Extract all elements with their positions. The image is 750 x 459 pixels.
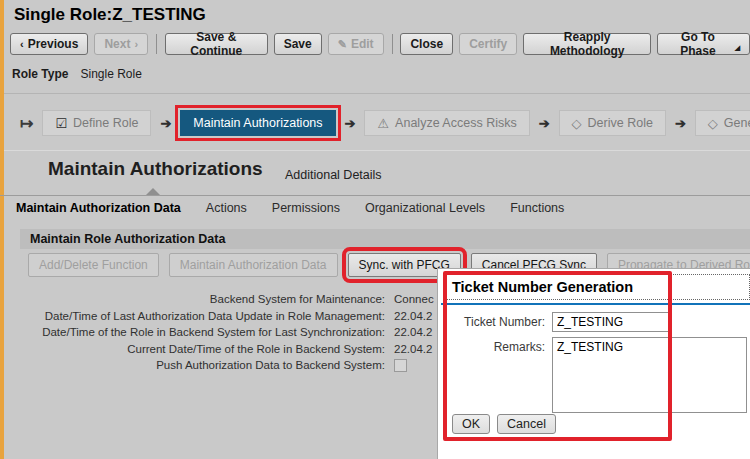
edit-button[interactable]: ✎ Edit	[328, 33, 384, 55]
ticket-number-label: Ticket Number:	[438, 315, 545, 329]
roadmap-step-maintain-authorizations[interactable]: Maintain Authorizations	[180, 110, 335, 136]
chevron-right-icon: ›	[134, 39, 138, 50]
page-title: Single Role:Z_TESTING	[14, 5, 206, 25]
toolbar-divider	[156, 34, 157, 54]
field-value: 22.04.2	[394, 326, 432, 338]
roadmap-start-icon: ↦	[20, 114, 33, 133]
tab-additional-details[interactable]: Additional Details	[285, 168, 382, 182]
button-label: Next	[104, 37, 130, 51]
arrow-right-icon: ➔	[675, 116, 686, 131]
tab-actions[interactable]: Actions	[206, 201, 247, 215]
previous-button[interactable]: ‹ Previous	[10, 33, 88, 55]
field-label: Backend System for Maintenance:	[28, 293, 385, 305]
tab-permissions[interactable]: Permissions	[272, 201, 340, 215]
field-label: Date/Time of the Role in Backend System …	[28, 326, 385, 338]
dialog-button-row: OK Cancel	[452, 414, 556, 434]
role-type-row: Role Type Single Role	[12, 67, 142, 81]
step-label: Analyze Access Risks	[395, 116, 517, 130]
button-label: Go To Phase	[667, 30, 728, 58]
menu-corner-icon: ◢	[735, 44, 740, 52]
remarks-label: Remarks:	[438, 340, 545, 354]
dialog-accent-line	[441, 303, 750, 305]
field-label: Current Date/Time of the Role in Backend…	[28, 343, 385, 355]
tab-bar: Maintain Authorization Data Actions Perm…	[0, 195, 750, 219]
roadmap-step-generate-roles[interactable]: ◇ Generate Roles	[695, 110, 750, 136]
ticket-number-generation-dialog: Ticket Number Generation Ticket Number: …	[437, 268, 750, 459]
save-button[interactable]: Save	[274, 33, 322, 55]
field-value: 22.04.2	[394, 310, 432, 322]
toolbar: ‹ Previous Next › Save & Continue Save ✎…	[10, 31, 750, 57]
tab-functions[interactable]: Functions	[510, 201, 564, 215]
cancel-button[interactable]: Cancel	[497, 414, 556, 434]
active-tab-pointer	[146, 188, 160, 195]
close-button[interactable]: Close	[400, 33, 453, 55]
roadmap-step-define-role[interactable]: ☑ Define Role	[42, 110, 151, 136]
button-label: Previous	[28, 37, 79, 51]
arrow-right-icon: ➔	[345, 116, 356, 131]
dialog-title-bar: Ticket Number Generation	[443, 274, 750, 300]
tab-maintain-authorization-data[interactable]: Maintain Authorization Data	[16, 201, 181, 215]
roadmap-step-derive-role[interactable]: ◇ Derive Role	[559, 110, 666, 136]
next-button[interactable]: Next ›	[94, 33, 148, 55]
step-label: Maintain Authorizations	[193, 116, 322, 130]
field-row: Current Date/Time of the Role in Backend…	[28, 341, 448, 358]
go-to-phase-button[interactable]: Go To Phase ◢	[657, 33, 750, 55]
toolbar-divider	[392, 34, 393, 54]
ticket-number-input[interactable]	[552, 312, 670, 332]
certify-button[interactable]: Certify	[459, 33, 517, 55]
button-label: Edit	[351, 37, 374, 51]
tab-organizational-levels[interactable]: Organizational Levels	[365, 201, 485, 215]
ok-button[interactable]: OK	[452, 414, 490, 434]
field-value: Connec	[394, 293, 434, 305]
step-label: Generate Roles	[724, 116, 750, 130]
save-and-continue-button[interactable]: Save & Continue	[165, 33, 268, 55]
arrow-right-icon: ➔	[539, 116, 550, 131]
field-label: Date/Time of Last Authorization Data Upd…	[28, 310, 385, 322]
step-label: Derive Role	[588, 116, 653, 130]
field-value: 22.04.2	[394, 343, 432, 355]
pencil-icon: ✎	[338, 39, 347, 50]
step-label: Define Role	[73, 116, 138, 130]
field-row: Date/Time of Last Authorization Data Upd…	[28, 308, 448, 325]
roadmap-step-analyze-access-risks[interactable]: ⚠ Analyze Access Risks	[364, 110, 529, 136]
dialog-title: Ticket Number Generation	[452, 279, 633, 295]
left-edge-strip	[0, 0, 4, 459]
maintain-authorization-data-button[interactable]: Maintain Authorization Data	[169, 253, 338, 277]
diamond-icon: ◇	[708, 116, 718, 131]
role-type-label: Role Type	[12, 67, 68, 81]
field-label: Push Authorization Data to Backend Syste…	[28, 359, 385, 371]
checkbox-checked-icon: ☑	[55, 116, 67, 131]
app-window: Single Role:Z_TESTING ‹ Previous Next › …	[0, 0, 750, 459]
phase-roadmap: ↦ ☑ Define Role ➔ Maintain Authorization…	[20, 100, 750, 146]
remarks-textarea[interactable]: Z_TESTING	[552, 337, 747, 413]
push-authorization-data-checkbox[interactable]	[394, 359, 407, 372]
arrow-right-icon: ➔	[160, 116, 171, 131]
diamond-icon: ◇	[572, 116, 582, 131]
field-row: Date/Time of the Role in Backend System …	[28, 324, 448, 341]
warning-icon: ⚠	[377, 116, 389, 131]
field-row: Backend System for Maintenance: Connec	[28, 291, 448, 308]
authorization-data-fields: Backend System for Maintenance: Connec D…	[28, 291, 448, 374]
section-title: Maintain Role Authorization Data	[20, 229, 750, 249]
field-row: Push Authorization Data to Backend Syste…	[28, 357, 448, 374]
reapply-methodology-button[interactable]: Reapply Methodology	[523, 33, 651, 55]
separator-line	[4, 93, 750, 94]
view-title: Maintain Authorizations	[48, 158, 263, 180]
role-type-value: Single Role	[80, 67, 141, 81]
add-delete-function-button[interactable]: Add/Delete Function	[28, 253, 159, 277]
separator-line	[4, 150, 750, 151]
chevron-left-icon: ‹	[20, 39, 24, 50]
